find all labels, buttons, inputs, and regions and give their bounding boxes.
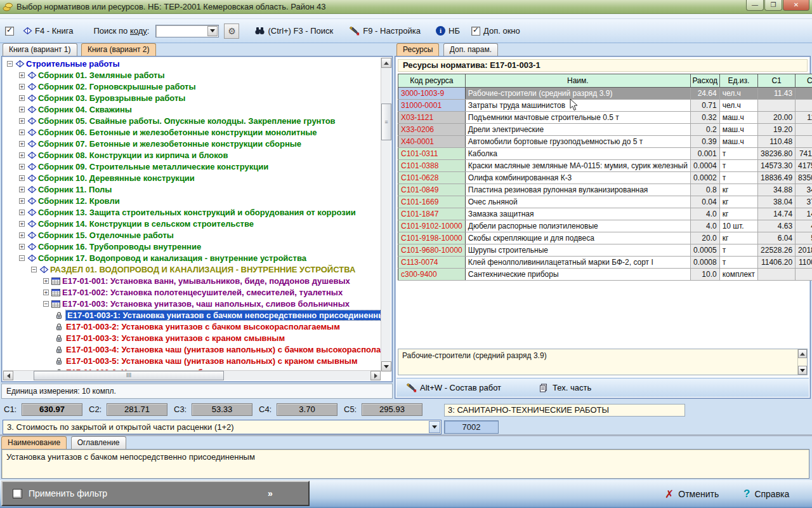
tree-item[interactable]: +Сборник 03. Буровзрывные работы — [3, 92, 381, 104]
category-code-field[interactable]: 7002 — [444, 420, 499, 434]
expand-icon[interactable]: + — [19, 95, 25, 101]
book-filter-checkbox[interactable] — [5, 27, 14, 36]
table-row[interactable]: С101-9102-10000Дюбели распорные полиэтил… — [398, 220, 812, 232]
table-row[interactable]: С113-0074Клей фенолполивинилацетатный ма… — [398, 257, 812, 269]
table-row[interactable]: 3000-1003-9Рабочие-строители (средний ра… — [398, 88, 812, 100]
tree-item[interactable]: +Сборник 13. Защита строительных констру… — [3, 206, 381, 218]
tab-contents[interactable]: Оглавление — [71, 436, 126, 449]
table-row[interactable]: С101-0311Каболка0.001т38236.807411.11 — [398, 148, 812, 160]
cancel-button[interactable]: ✗ Отменить — [665, 487, 719, 501]
apply-filter-button[interactable]: Применить фильтр » — [1, 481, 310, 506]
expand-icon[interactable]: + — [19, 210, 25, 215]
expand-icon[interactable]: + — [19, 175, 25, 181]
scroll-down-icon[interactable] — [798, 366, 807, 375]
column-header[interactable]: С1 — [758, 74, 796, 88]
tree-item[interactable]: +Сборник 12. Кровли — [3, 195, 381, 206]
gear-button[interactable]: ⚙ — [224, 23, 239, 39]
table-row[interactable]: С101-9680-10000Шурупы строительные0.0005… — [398, 244, 812, 257]
tree-item[interactable]: Е17-01-003-1: Установка унитазов с бачко… — [3, 309, 381, 321]
column-header[interactable]: Ед.из. — [719, 74, 757, 88]
combo-arrow-icon[interactable] — [429, 421, 440, 433]
tree-item[interactable]: +Сборник 08. Конструкции из кирпича и бл… — [3, 149, 381, 161]
table-row[interactable]: с300-9400Сантехнические приборы10.0компл… — [398, 269, 812, 281]
column-header[interactable]: С2 — [796, 74, 812, 88]
tree-vertical-scrollbar[interactable]: ≡ — [381, 58, 391, 371]
column-header[interactable]: Код ресурса — [398, 74, 466, 88]
scroll-right-icon[interactable] — [370, 371, 381, 380]
tree-item[interactable]: +Сборник 09. Строительные металлические … — [3, 161, 381, 172]
table-row[interactable]: Х03-1121Подъемники мачтовые строительные… — [398, 112, 812, 124]
tab-book-variant-1[interactable]: Книга (вариант 1) — [3, 43, 77, 56]
table-row[interactable]: Х40-0001Автомобили бортовые грузоподъемн… — [398, 136, 812, 148]
expand-icon[interactable]: + — [19, 244, 25, 250]
table-row[interactable]: С101-0849Пластина резиновая рулонная вул… — [398, 184, 812, 196]
column-header[interactable]: Расход — [690, 74, 719, 88]
tree-item[interactable]: −РАЗДЕЛ 01. ВОДОПРОВОД И КАНАЛИЗАЦИЯ - В… — [3, 264, 381, 275]
table-row[interactable]: С101-0628Олифа комбинированная К-30.0002… — [398, 172, 812, 184]
tree-item[interactable]: +Сборник 06. Бетонные и железобетонные к… — [3, 126, 381, 138]
help-button[interactable]: ? Справка — [743, 487, 789, 501]
tree-item[interactable]: +Сборник 04. Скважины — [3, 104, 381, 115]
expand-icon[interactable]: + — [19, 187, 25, 192]
tree-item[interactable]: +Сборник 16. Трубопроводы внутренние — [3, 241, 381, 252]
cost-option-combobox[interactable]: 3. Стоимость по закрытой и открытой част… — [3, 420, 442, 434]
scroll-thumb[interactable]: ⦀⦀ — [34, 371, 224, 380]
scroll-up-icon[interactable] — [798, 349, 807, 358]
tab-book-variant-2[interactable]: Книга (вариант 2) — [81, 43, 156, 56]
tree-item[interactable]: +Сборник 14. Конструкции в сельском стро… — [3, 218, 381, 229]
tree-item[interactable]: +Сборник 01. Земляные работы — [3, 69, 381, 81]
column-header[interactable]: Наим. — [465, 74, 690, 88]
tree-item[interactable]: +Е17-01-001: Установка ванн, умывальнико… — [3, 275, 381, 286]
expand-icon[interactable]: + — [19, 84, 25, 90]
scroll-left-icon[interactable] — [3, 371, 13, 380]
expand-icon[interactable]: + — [19, 152, 25, 158]
expand-icon[interactable]: + — [19, 141, 25, 147]
scroll-down-icon[interactable] — [381, 361, 391, 371]
expand-icon[interactable]: + — [19, 232, 25, 238]
tree-item[interactable]: Е17-01-003-2: Установка унитазов с бачко… — [3, 321, 381, 332]
table-row[interactable]: Х33-0206Дрели электрические0.2маш.ч19.20 — [398, 124, 812, 136]
tree-item[interactable]: +Сборник 07. Бетонные и железобетонные к… — [3, 138, 381, 149]
expand-icon[interactable]: + — [19, 164, 25, 170]
close-button[interactable]: ✕ — [783, 0, 809, 11]
extra-window-checkbox[interactable] — [471, 27, 480, 36]
tree-horizontal-scrollbar[interactable]: ⦀⦀ — [3, 370, 381, 380]
f3-search-button[interactable]: (Ctrl+) F3 - Поиск — [268, 26, 333, 36]
search-code-combobox[interactable] — [155, 25, 219, 37]
expand-icon[interactable]: + — [19, 198, 25, 204]
note-scrollbar[interactable] — [797, 349, 807, 375]
scroll-thumb[interactable]: ≡ — [381, 104, 391, 140]
expand-icon[interactable]: + — [43, 290, 49, 295]
expand-icon[interactable]: + — [19, 118, 25, 124]
tree-item[interactable]: +Сборник 10. Деревянные конструкции — [3, 172, 381, 184]
tree-item[interactable]: +Сборник 02. Горновскрышные работы — [3, 81, 381, 92]
tab-resources[interactable]: Ресурсы — [396, 43, 439, 56]
tab-extra-params[interactable]: Доп. парам. — [443, 43, 498, 56]
collapse-icon[interactable]: − — [43, 301, 49, 307]
minimize-button[interactable]: — — [746, 0, 764, 11]
tree-item[interactable]: +Сборник 11. Полы — [3, 184, 381, 195]
tree-item[interactable]: Е17-01-003-4: Установка чаш (унитазов на… — [3, 344, 381, 355]
collapse-icon[interactable]: − — [31, 267, 37, 272]
f9-settings-button[interactable]: F9 - Настройка — [363, 26, 421, 36]
table-row[interactable]: С101-0388Краски масляные земляные МА-011… — [398, 160, 812, 172]
table-row[interactable]: С101-1847Замазка защитная4.0кг14.7414.37 — [398, 208, 812, 220]
tree-item[interactable]: Е17-01-003-3: Установка унитазов с крано… — [3, 332, 381, 344]
expand-icon[interactable]: + — [19, 72, 25, 78]
expand-icon[interactable]: + — [19, 221, 25, 227]
tree-item[interactable]: +Сборник 15. Отделочные работы — [3, 229, 381, 241]
tree-item[interactable]: −Сборник 17. Водопровод и канализация - … — [3, 252, 381, 264]
table-row[interactable]: С101-9198-10000Скобы скрепляющие и для п… — [398, 232, 812, 244]
tree-item[interactable]: −Е17-01-003: Установка унитазов, чаш нап… — [3, 298, 381, 309]
tree-item[interactable]: −Строительные работы — [3, 58, 381, 69]
expand-icon[interactable]: + — [43, 278, 49, 284]
table-row[interactable]: 31000-0001Затраты труда машинистов0.71че… — [398, 100, 812, 112]
tech-part-button[interactable]: Тех. часть — [553, 383, 591, 392]
collapse-icon[interactable]: − — [7, 61, 13, 67]
tree-item[interactable]: Е17-01-003-5: Установка чаш (унитазов на… — [3, 355, 381, 366]
expand-icon[interactable]: + — [19, 107, 25, 112]
combo-arrow-icon[interactable] — [207, 26, 218, 36]
f4-book-button[interactable]: F4 - Книга — [35, 26, 73, 36]
tree-item[interactable]: +Сборник 05. Свайные работы. Опускные ко… — [3, 115, 381, 126]
restore-button[interactable]: ❐ — [764, 0, 782, 11]
